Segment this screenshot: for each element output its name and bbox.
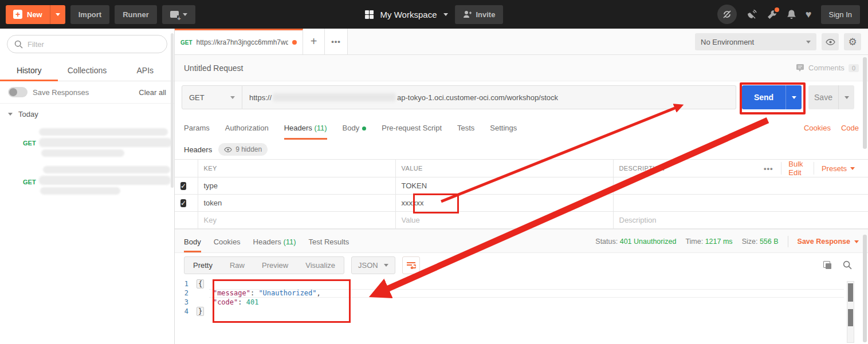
view-visualize[interactable]: Visualize (297, 257, 344, 274)
code-link[interactable]: Code (841, 124, 859, 140)
tab-authorization[interactable]: Authorization (225, 124, 269, 140)
environment-preview-button[interactable] (822, 33, 839, 50)
url-redacted-segment (273, 93, 396, 101)
tab-body[interactable]: Body (343, 124, 367, 140)
editor-scrollbar[interactable] (847, 281, 854, 343)
tab-history[interactable]: History (0, 60, 58, 81)
tab-test-results[interactable]: Test Results (309, 238, 349, 252)
clear-all-link[interactable]: Clear all (139, 88, 166, 97)
comment-icon (796, 64, 804, 72)
tab-response-headers[interactable]: Headers (11) (253, 238, 296, 252)
tab-response-cookies[interactable]: Cookies (214, 238, 241, 252)
send-options-caret[interactable] (785, 85, 802, 109)
open-request-tab[interactable]: GET https://kra7hn3jngcc6mmh7wq... (175, 29, 303, 54)
json-open-brace[interactable]: { (197, 279, 204, 288)
table-menu-button[interactable]: ••• (756, 164, 781, 173)
tab-tests[interactable]: Tests (457, 124, 474, 140)
size-badge: Size: 556 B (742, 238, 779, 246)
add-tab-button[interactable]: + (303, 29, 325, 54)
workspace-grid-icon (365, 10, 374, 19)
setup-button[interactable] (767, 9, 777, 20)
row-checkbox[interactable]: ✓ (180, 182, 186, 190)
runner-button[interactable]: Runner (115, 5, 157, 24)
environment-selector[interactable]: No Environment (695, 33, 816, 50)
size-value: 556 B (760, 238, 779, 246)
sidebar-scrollbar[interactable] (171, 33, 174, 188)
tab-options-button[interactable]: ••• (325, 29, 348, 54)
json-close-brace[interactable]: } (197, 307, 204, 316)
search-icon[interactable] (843, 260, 852, 270)
workspace-selector[interactable]: My Workspace (380, 10, 437, 19)
status-badge: Status: 401 Unauthorized (595, 238, 676, 246)
satellite-icon[interactable] (746, 9, 757, 20)
new-button[interactable]: +New (6, 5, 65, 24)
save-responses-toggle[interactable] (8, 87, 28, 97)
new-button-label: New (27, 10, 42, 19)
url-suffix: ap-tokyo-1.oci.customer-oci.com/workshop… (397, 93, 558, 102)
header-value-cell[interactable]: xxxxxx (395, 195, 613, 212)
tab-headers[interactable]: Headers (11) (284, 124, 327, 140)
invite-button-label: Invite (476, 10, 495, 19)
tab-collections[interactable]: Collections (58, 60, 116, 81)
cookies-link[interactable]: Cookies (804, 124, 831, 140)
sign-in-button[interactable]: Sign In (821, 5, 860, 24)
new-key-input[interactable] (204, 216, 390, 224)
format-selector[interactable]: JSON (351, 256, 395, 274)
new-value-input[interactable] (402, 216, 607, 224)
new-dropdown-caret[interactable] (50, 5, 65, 24)
new-description-input[interactable] (619, 216, 745, 224)
hidden-headers-toggle[interactable]: 9 hidden (218, 143, 268, 156)
wrap-text-button[interactable] (402, 256, 420, 274)
tab-pre-request-script[interactable]: Pre-request Script (382, 124, 442, 140)
view-preview[interactable]: Preview (253, 257, 297, 274)
filter-search[interactable] (7, 35, 167, 53)
bell-icon[interactable] (787, 9, 796, 20)
top-bar: +New Import Runner My Workspace Invite ♥… (0, 0, 868, 29)
save-response-dropdown[interactable]: Save Response (798, 238, 859, 246)
chevron-down-icon[interactable] (443, 13, 448, 16)
history-item[interactable]: GET (0, 126, 174, 161)
tab-settings[interactable]: Settings (490, 124, 517, 140)
new-window-button[interactable] (162, 5, 195, 24)
response-scrollbar[interactable] (863, 235, 867, 342)
sync-disabled-button[interactable] (717, 5, 737, 24)
table-row-new (175, 212, 868, 229)
format-label: JSON (358, 261, 378, 270)
response-body-editor: 1 { 2 "message": "Unauthorized", 3 "code… (175, 279, 868, 344)
unsaved-dot-icon (292, 40, 297, 45)
tab-response-body[interactable]: Body (184, 238, 201, 252)
new-window-icon (170, 11, 179, 18)
copy-icon[interactable] (823, 261, 831, 269)
main-scrollbar[interactable] (863, 57, 867, 149)
header-description-cell[interactable] (613, 177, 751, 195)
invite-button[interactable]: Invite (455, 5, 503, 24)
comments-button[interactable]: Comments 0 (796, 64, 859, 72)
filter-input[interactable] (28, 40, 160, 49)
tab-params[interactable]: Params (184, 124, 210, 140)
header-value-cell[interactable]: TOKEN (395, 177, 613, 195)
sync-off-icon (722, 9, 732, 19)
row-checkbox[interactable]: ✓ (180, 199, 186, 207)
save-responses-label: Save Responses (33, 88, 89, 97)
heart-icon[interactable]: ♥ (806, 9, 812, 21)
header-key-cell[interactable]: type (198, 177, 395, 195)
presets-dropdown[interactable]: Presets (814, 164, 862, 173)
send-button[interactable]: Send (742, 85, 785, 109)
save-options-caret[interactable] (838, 85, 854, 109)
method-selector[interactable]: GET (182, 85, 242, 109)
settings-button[interactable]: ⚙ (844, 33, 861, 50)
tab-apis[interactable]: APIs (116, 60, 174, 81)
request-title[interactable]: Untitled Request (184, 64, 243, 73)
view-pretty[interactable]: Pretty (184, 257, 221, 274)
view-raw[interactable]: Raw (221, 257, 253, 274)
url-input[interactable]: https:// ap-tokyo-1.oci.customer-oci.com… (242, 85, 736, 109)
save-button[interactable]: Save (808, 85, 838, 109)
history-item[interactable]: GET (0, 165, 174, 200)
history-group-label: Today (18, 110, 38, 118)
url-prefix: https:// (249, 93, 272, 102)
header-key-cell[interactable]: token (198, 195, 395, 212)
history-group-today[interactable]: Today (0, 104, 174, 125)
bulk-edit-link[interactable]: Bulk Edit (781, 160, 814, 177)
import-button[interactable]: Import (70, 5, 109, 24)
header-description-cell[interactable] (613, 195, 751, 212)
